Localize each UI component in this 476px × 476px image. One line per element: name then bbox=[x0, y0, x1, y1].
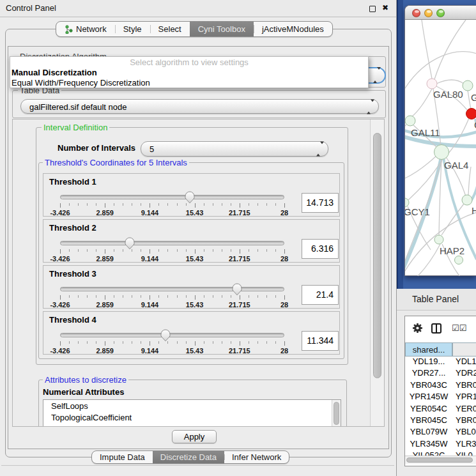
tab-jactivemnodules[interactable]: jActiveMNodules bbox=[254, 22, 332, 36]
network-node-label: GAL80 bbox=[433, 89, 463, 100]
network-node-GAL11[interactable] bbox=[405, 116, 415, 126]
slider-track[interactable] bbox=[60, 333, 284, 337]
zoom-traffic-light[interactable] bbox=[436, 9, 445, 17]
close-icon[interactable]: ✖ bbox=[382, 3, 388, 12]
select-checkbox-icons[interactable]: ☑☑ bbox=[452, 323, 466, 333]
network-window-titlebar[interactable] bbox=[405, 6, 476, 20]
gear-icon[interactable] bbox=[412, 323, 423, 334]
tab-discretize-data[interactable]: Discretize Data bbox=[153, 451, 224, 463]
numerical-attributes-list: SelfLoopsTopologicalCoefficientBetweenne… bbox=[43, 399, 341, 427]
network-canvas[interactable]: GAL80GACGAL11GAL4GCY1HHAP2 bbox=[405, 20, 476, 276]
popup-option-manual[interactable]: Manual Discretization bbox=[12, 68, 97, 77]
network-node-G[interactable] bbox=[463, 81, 473, 91]
network-node-label: GCY1 bbox=[405, 206, 430, 217]
network-node-C-red[interactable] bbox=[466, 109, 476, 119]
table-row[interactable]: YPR145WYPR1 bbox=[405, 392, 476, 403]
algorithm-dropdown-popup: Select algorithm to view settings Manual… bbox=[10, 56, 369, 88]
apply-button[interactable]: Apply bbox=[172, 430, 217, 443]
threshold-value-field[interactable]: 6.316 bbox=[302, 239, 339, 259]
attribute-item[interactable]: BetweennessCentrality bbox=[43, 424, 332, 427]
table-row[interactable]: YBR043CYBR0 bbox=[405, 380, 476, 392]
close-traffic-light[interactable] bbox=[412, 9, 420, 17]
attribute-item[interactable]: TopologicalCoefficient bbox=[43, 412, 332, 424]
network-node-label: HAP2 bbox=[440, 245, 464, 256]
slider-track[interactable] bbox=[60, 195, 284, 199]
table-row[interactable]: YLR345WYLR3 bbox=[405, 439, 476, 450]
network-tree-icon bbox=[65, 25, 73, 34]
settings-vertical-scrollbar[interactable] bbox=[370, 119, 384, 426]
slider-thumb[interactable] bbox=[184, 190, 195, 204]
attribute-item[interactable]: SelfLoops bbox=[43, 401, 332, 412]
table-row[interactable]: YBL079WYBL0 bbox=[405, 427, 476, 438]
table-data-combobox[interactable]: galFiltered.sif default node bbox=[20, 99, 379, 114]
control-panel: Control Panel ✖ NetworkStyleSelectCyni T… bbox=[0, 0, 397, 476]
network-node-HAP2[interactable] bbox=[434, 235, 443, 244]
slider-thumb[interactable] bbox=[124, 236, 135, 250]
network-node-GAL4[interactable] bbox=[434, 145, 449, 160]
cyni-toolbox-content: Discretization Algorithm Select algorith… bbox=[8, 46, 389, 449]
threshold-slider[interactable]: -3.4262.8599.14415.4321.71528 bbox=[60, 174, 284, 216]
threshold-box: Threshold 4 -3.4262.8599.14415.4321.7152… bbox=[43, 311, 340, 355]
interval-definition-label: Interval Definition bbox=[42, 123, 109, 132]
attributes-group: Attributes to discretize Numerical Attri… bbox=[38, 380, 347, 427]
spinner-arrows-icon bbox=[316, 144, 321, 154]
tab-select[interactable]: Select bbox=[150, 22, 190, 36]
threshold-value-field[interactable]: 11.344 bbox=[302, 331, 339, 351]
table-row[interactable]: YBR045CYBR0 bbox=[405, 415, 476, 427]
table-toolbar: ☑☑ bbox=[405, 316, 476, 342]
threshold-slider[interactable]: -3.4262.8599.14415.4321.71528 bbox=[60, 266, 284, 308]
table-horizontal-scrollbar[interactable] bbox=[405, 456, 476, 464]
popup-option-equal-width[interactable]: Equal Width/Frequency Discretization bbox=[12, 78, 150, 88]
node-table-card: ☑☑ shared... n YDL19...YDL1YDR27...YDR2Y… bbox=[404, 316, 476, 466]
threshold-value-field[interactable]: 14.713 bbox=[302, 193, 339, 213]
column-header-name[interactable]: n bbox=[452, 342, 476, 357]
table-header-row: shared... n bbox=[405, 342, 476, 357]
attributes-list-scrollbar[interactable] bbox=[332, 400, 341, 427]
tab-network[interactable]: Network bbox=[56, 22, 115, 36]
network-node-label: GAL4 bbox=[444, 160, 468, 171]
table-data-value: galFiltered.sif default node bbox=[29, 102, 127, 111]
threshold-slider[interactable]: -3.4262.8599.14415.4321.71528 bbox=[60, 312, 284, 354]
tab-impute-data[interactable]: Impute Data bbox=[92, 451, 153, 463]
network-view-window: GAL80GACGAL11GAL4GCY1HHAP2 bbox=[404, 5, 476, 276]
network-node-node-partial[interactable] bbox=[455, 256, 463, 265]
table-rows: YDL19...YDL1YDR27...YDR2YBR043CYBR0YPR14… bbox=[405, 357, 476, 456]
slider-track[interactable] bbox=[60, 287, 284, 291]
slider-thumb[interactable] bbox=[232, 282, 243, 296]
numerical-attributes-label: Numerical Attributes bbox=[43, 387, 124, 397]
table-data-group: Table Data galFiltered.sif default node bbox=[12, 90, 386, 118]
threshold-box: Threshold 2 -3.4262.8599.14415.4321.7152… bbox=[43, 219, 340, 263]
threshold-value-field[interactable]: 21.4 bbox=[302, 285, 339, 305]
float-window-icon[interactable] bbox=[369, 6, 376, 12]
tab-cyni-toolbox[interactable]: Cyni Toolbox bbox=[190, 22, 254, 36]
table-row[interactable]: YER054CYER0 bbox=[405, 404, 476, 415]
column-view-icon[interactable] bbox=[431, 323, 441, 334]
network-node-GAL80[interactable] bbox=[427, 79, 437, 89]
tab-infer-network[interactable]: Infer Network bbox=[224, 451, 289, 463]
table-row[interactable]: YIL052CYIL0 bbox=[405, 450, 476, 456]
settings-scrollpane: Interval Definition Number of Intervals … bbox=[12, 119, 385, 427]
network-node-H[interactable] bbox=[462, 195, 472, 205]
table-row[interactable]: YDL19...YDL1 bbox=[405, 357, 476, 368]
network-node-label: H bbox=[472, 205, 476, 216]
bottom-tabbar: Impute DataDiscretize DataInfer Network bbox=[91, 450, 289, 464]
threshold-box: Threshold 1 -3.4262.8599.14415.4321.7152… bbox=[43, 173, 340, 217]
tab-style[interactable]: Style bbox=[115, 22, 150, 36]
settings-viewport: Interval Definition Number of Intervals … bbox=[13, 119, 369, 426]
control-panel-titlebar: Control Panel ✖ bbox=[0, 0, 396, 17]
thresholds-group: Threshold's Coordinates for 5 Intervals … bbox=[38, 162, 344, 359]
table-row[interactable]: YDR27...YDR2 bbox=[405, 368, 476, 380]
minimize-traffic-light[interactable] bbox=[424, 9, 433, 17]
thresholds-group-label: Threshold's Coordinates for 5 Intervals bbox=[43, 158, 189, 167]
top-tabbar: NetworkStyleSelectCyni ToolboxjActiveMNo… bbox=[56, 21, 333, 37]
slider-track[interactable] bbox=[60, 241, 284, 245]
popup-hint: Select algorithm to view settings bbox=[10, 58, 368, 67]
number-of-intervals-spinner[interactable]: 5 bbox=[141, 141, 328, 157]
control-panel-bottom-border bbox=[1, 465, 394, 466]
threshold-slider[interactable]: -3.4262.8599.14415.4321.71528 bbox=[60, 220, 284, 262]
panel-title: Control Panel bbox=[6, 0, 56, 17]
attributes-group-label: Attributes to discretize bbox=[43, 375, 128, 385]
column-header-shared[interactable]: shared... bbox=[405, 342, 452, 357]
slider-thumb[interactable] bbox=[160, 328, 171, 342]
table-panel-title: Table Panel bbox=[412, 289, 459, 310]
